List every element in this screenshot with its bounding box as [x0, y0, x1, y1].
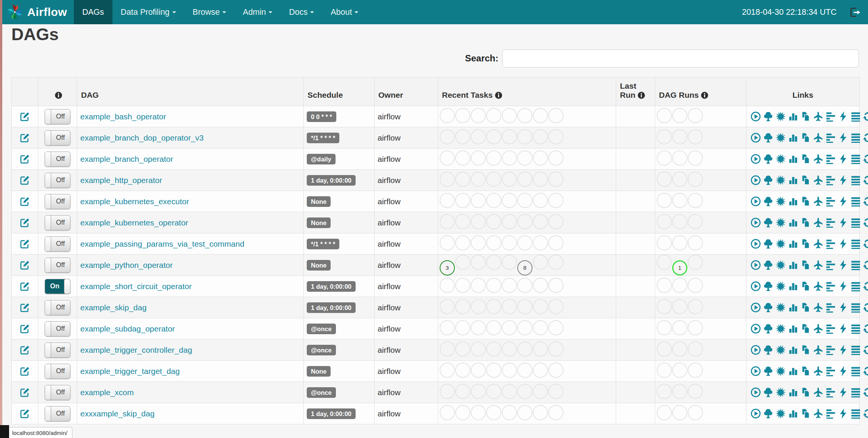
- state-circle[interactable]: [440, 172, 455, 187]
- gantt-view-icon[interactable]: [826, 387, 836, 397]
- dag-link[interactable]: example_branch_dop_operator_v3: [80, 133, 204, 142]
- state-circle[interactable]: [657, 299, 672, 314]
- state-circle[interactable]: [672, 363, 687, 378]
- edit-dag-button[interactable]: [20, 345, 30, 355]
- state-circle[interactable]: [486, 341, 501, 357]
- nav-item-data-profiling[interactable]: Data Profiling: [112, 0, 184, 24]
- state-circle[interactable]: [440, 193, 455, 208]
- gantt-view-icon[interactable]: [826, 196, 836, 206]
- state-circle[interactable]: [688, 150, 703, 166]
- dag-pause-toggle[interactable]: Off: [45, 300, 70, 315]
- tree-view-icon[interactable]: [763, 302, 773, 313]
- gantt-view-icon[interactable]: [826, 175, 836, 185]
- landing-times-icon[interactable]: [813, 281, 823, 291]
- state-circle[interactable]: [502, 384, 517, 399]
- trigger-dag-icon[interactable]: [751, 324, 761, 334]
- state-circle[interactable]: [533, 108, 548, 123]
- logs-icon[interactable]: [851, 260, 861, 270]
- refresh-icon[interactable]: [863, 302, 868, 313]
- code-view-icon[interactable]: [838, 345, 848, 355]
- gantt-view-icon[interactable]: [826, 366, 836, 376]
- state-circle[interactable]: [657, 320, 672, 335]
- state-circle[interactable]: [688, 299, 703, 314]
- state-circle[interactable]: [471, 299, 486, 314]
- dag-link[interactable]: example_xcom: [80, 388, 134, 397]
- brand-link[interactable]: Airflow: [0, 0, 74, 24]
- edit-dag-button[interactable]: [20, 154, 30, 164]
- trigger-dag-icon[interactable]: [751, 154, 761, 164]
- state-circle[interactable]: [548, 363, 564, 378]
- state-circle[interactable]: [548, 341, 564, 357]
- state-circle[interactable]: [688, 405, 703, 420]
- state-circle[interactable]: [657, 129, 672, 144]
- state-circle[interactable]: [455, 108, 470, 123]
- dag-pause-toggle[interactable]: Off: [45, 406, 70, 421]
- state-circle[interactable]: [672, 150, 687, 166]
- state-circle[interactable]: [548, 235, 564, 250]
- gantt-view-icon[interactable]: [826, 154, 836, 164]
- state-circle[interactable]: [548, 193, 564, 208]
- refresh-icon[interactable]: [863, 133, 868, 143]
- state-circle[interactable]: [548, 320, 564, 335]
- code-view-icon[interactable]: [838, 217, 848, 228]
- state-circle[interactable]: [471, 108, 486, 123]
- task-duration-icon[interactable]: [788, 408, 798, 419]
- tree-view-icon[interactable]: [763, 239, 773, 249]
- logs-icon[interactable]: [851, 217, 861, 228]
- state-circle[interactable]: [672, 108, 687, 123]
- logs-icon[interactable]: [851, 154, 861, 164]
- task-duration-icon[interactable]: [788, 196, 798, 206]
- tree-view-icon[interactable]: [763, 133, 773, 143]
- schedule-badge[interactable]: None: [307, 260, 331, 271]
- trigger-dag-icon[interactable]: [751, 408, 761, 419]
- task-tries-icon[interactable]: [801, 111, 811, 122]
- state-circle[interactable]: [486, 108, 501, 123]
- state-circle[interactable]: [455, 320, 470, 335]
- state-circle[interactable]: [657, 235, 672, 250]
- state-circle[interactable]: [440, 384, 455, 399]
- state-circle[interactable]: [688, 384, 703, 399]
- landing-times-icon[interactable]: [813, 260, 823, 270]
- state-circle[interactable]: [486, 129, 501, 144]
- dag-link[interactable]: example_short_circuit_operator: [80, 282, 192, 291]
- schedule-badge[interactable]: @once: [307, 345, 336, 355]
- task-tries-icon[interactable]: [801, 408, 811, 419]
- gantt-view-icon[interactable]: [826, 302, 836, 313]
- state-circle[interactable]: [455, 193, 470, 208]
- graph-view-icon[interactable]: [776, 366, 786, 376]
- state-circle[interactable]: [672, 320, 687, 335]
- dag-pause-toggle[interactable]: Off: [45, 109, 70, 124]
- schedule-badge[interactable]: 1 day, 0:00:00: [307, 408, 356, 419]
- state-circle[interactable]: [455, 235, 470, 250]
- state-circle[interactable]: [533, 341, 548, 357]
- state-circle[interactable]: [440, 405, 455, 420]
- state-circle[interactable]: [533, 150, 548, 166]
- dag-pause-toggle[interactable]: Off: [45, 130, 70, 145]
- tree-view-icon[interactable]: [763, 217, 773, 228]
- graph-view-icon[interactable]: [776, 133, 786, 143]
- tree-view-icon[interactable]: [763, 260, 773, 270]
- state-circle[interactable]: [502, 172, 517, 187]
- dag-link[interactable]: example_python_operator: [80, 261, 173, 269]
- edit-dag-button[interactable]: [20, 260, 30, 270]
- schedule-badge[interactable]: 1 day, 0:00:00: [307, 175, 356, 186]
- state-circle[interactable]: [688, 108, 703, 123]
- dag-pause-toggle[interactable]: Off: [45, 385, 70, 400]
- logs-icon[interactable]: [851, 408, 861, 419]
- code-view-icon[interactable]: [838, 196, 848, 206]
- trigger-dag-icon[interactable]: [751, 175, 761, 185]
- state-circle[interactable]: [486, 278, 501, 293]
- state-circle[interactable]: [517, 320, 532, 335]
- graph-view-icon[interactable]: [776, 387, 786, 397]
- task-duration-icon[interactable]: [788, 239, 798, 249]
- graph-view-icon[interactable]: [776, 345, 786, 355]
- state-circle[interactable]: [533, 384, 548, 399]
- state-circle[interactable]: [548, 299, 564, 314]
- landing-times-icon[interactable]: [813, 217, 823, 228]
- trigger-dag-icon[interactable]: [751, 345, 761, 355]
- code-view-icon[interactable]: [838, 366, 848, 376]
- task-tries-icon[interactable]: [801, 302, 811, 313]
- state-circle[interactable]: [672, 129, 687, 144]
- dag-pause-toggle[interactable]: Off: [45, 215, 70, 230]
- graph-view-icon[interactable]: [776, 302, 786, 313]
